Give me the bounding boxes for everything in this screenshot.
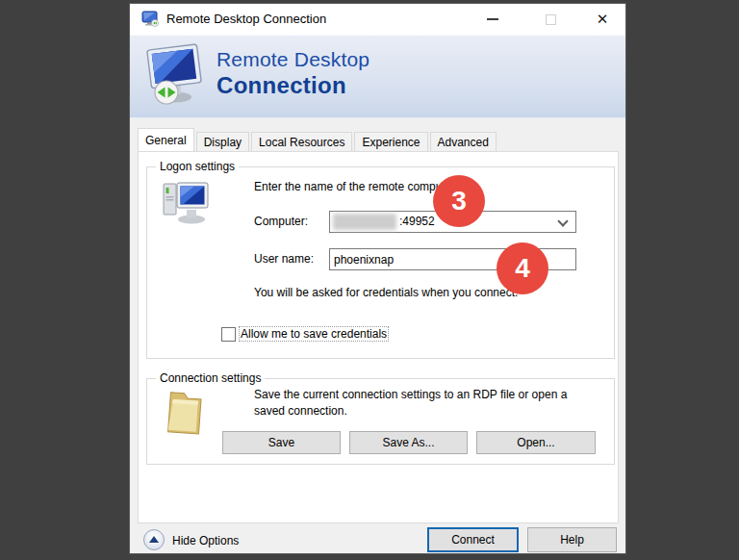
folder-icon (164, 389, 208, 437)
tab-advanced[interactable]: Advanced (430, 132, 497, 151)
screenshot-stage: Remote Desktop Connection ✕ (0, 0, 739, 560)
maximize-button (534, 4, 567, 35)
computer-icon (162, 180, 210, 224)
minimize-button[interactable] (476, 4, 509, 35)
open-button[interactable]: Open... (476, 431, 596, 454)
chevron-down-icon[interactable] (557, 216, 568, 226)
connection-settings-label: Connection settings (156, 371, 265, 385)
rdp-app-icon (141, 11, 160, 28)
titlebar[interactable]: Remote Desktop Connection ✕ (130, 4, 625, 35)
credentials-note: You will be asked for credentials when y… (254, 286, 518, 299)
step-badge-4: 4 (497, 242, 548, 294)
connection-description-line1: Save the current connection settings to … (254, 388, 567, 401)
logon-instruction: Enter the name of the remote computer. (254, 180, 458, 193)
banner-line2: Connection (217, 72, 370, 99)
computer-value-redacted (333, 214, 396, 230)
rdp-dialog-window: Remote Desktop Connection ✕ (129, 3, 626, 554)
computer-label: Computer: (254, 215, 308, 228)
rdp-banner: Remote Desktop Connection (130, 35, 625, 118)
tab-general[interactable]: General (138, 128, 194, 151)
general-tab-page: Logon settings Enter the name of the rem… (138, 151, 619, 523)
close-button[interactable]: ✕ (586, 4, 619, 35)
logon-settings-label: Logon settings (156, 160, 239, 173)
banner-text: Remote Desktop Connection (217, 48, 370, 99)
maximize-icon (546, 14, 556, 25)
hide-options-label[interactable]: Hide Options (172, 534, 239, 547)
banner-line1: Remote Desktop (217, 48, 370, 71)
allow-save-credentials-label[interactable]: Allow me to save credentials (239, 326, 389, 342)
connection-description-line2: saved connection. (254, 404, 347, 418)
save-button[interactable]: Save (222, 431, 341, 454)
save-as-button[interactable]: Save As... (349, 431, 468, 454)
window-title: Remote Desktop Connection (166, 4, 326, 35)
rdp-logo-icon (142, 43, 210, 107)
tab-strip: General Display Local Resources Experien… (138, 132, 498, 151)
connect-button[interactable]: Connect (427, 527, 519, 552)
tab-display[interactable]: Display (196, 132, 249, 151)
computer-value: :49952 (399, 215, 435, 228)
step-badge-3: 3 (433, 175, 485, 227)
save-credentials-row: Allow me to save credentials (221, 326, 389, 342)
hide-options-button[interactable] (143, 529, 165, 550)
chevron-up-icon (149, 536, 159, 543)
username-label: User name: (254, 252, 314, 266)
help-button[interactable]: Help (527, 527, 617, 552)
tab-local-resources[interactable]: Local Resources (251, 132, 352, 151)
allow-save-credentials-checkbox[interactable] (221, 327, 236, 342)
minimize-icon (487, 18, 498, 20)
tab-experience[interactable]: Experience (354, 132, 427, 151)
